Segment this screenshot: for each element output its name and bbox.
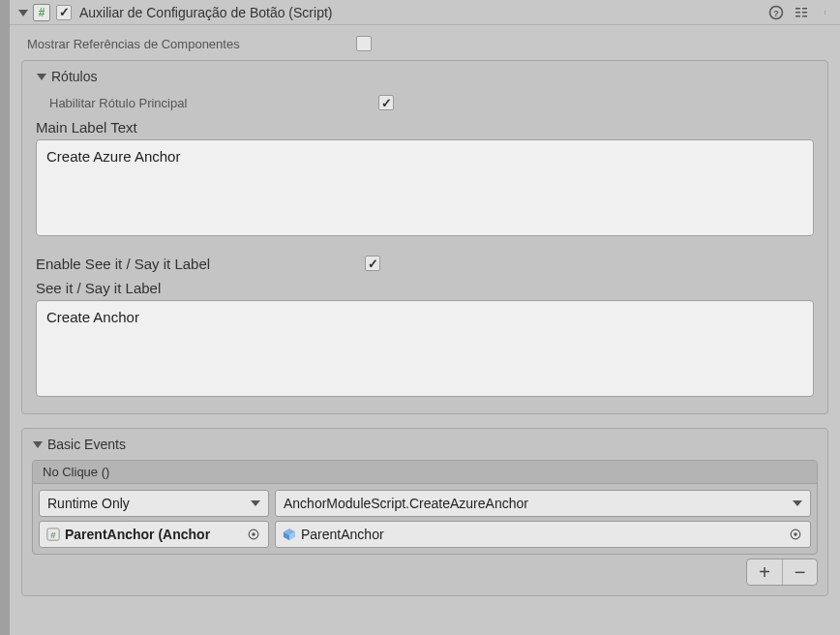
param-object-label: ParentAnchor — [301, 527, 787, 542]
component-enabled-checkbox[interactable] — [56, 5, 72, 20]
script-icon: # — [45, 527, 61, 542]
svg-point-9 — [825, 11, 825, 12]
svg-rect-5 — [795, 12, 800, 14]
param-object-field[interactable]: ParentAnchor — [275, 521, 811, 548]
event-list: No Clique () Runtime Only AnchorModuleSc… — [32, 460, 818, 555]
svg-rect-3 — [795, 8, 800, 10]
target-object-label: ParentAnchor (Anchor — [65, 527, 245, 542]
target-object-field[interactable]: # ParentAnchor (Anchor — [39, 521, 269, 548]
component-title: Auxiliar de Configuração de Botão (Scrip… — [79, 5, 768, 20]
function-dropdown-label: AnchorModuleScript.CreateAzureAnchor — [284, 496, 528, 511]
component-header: # Auxiliar de Configuração de Botão (Scr… — [10, 0, 840, 25]
svg-marker-15 — [793, 500, 802, 506]
svg-marker-0 — [18, 10, 28, 16]
remove-event-button[interactable]: − — [782, 559, 817, 585]
svg-point-10 — [825, 12, 825, 13]
add-event-button[interactable]: + — [747, 559, 782, 585]
enable-seeit-label-checkbox[interactable] — [365, 256, 380, 271]
labels-panel: Rótulos Habilitar Rótulo Principal Main … — [21, 60, 828, 414]
seeit-label-input[interactable] — [36, 300, 814, 397]
script-icon: # — [33, 4, 50, 21]
component-foldout-icon[interactable] — [17, 7, 29, 18]
runtime-dropdown[interactable]: Runtime Only — [39, 490, 269, 517]
svg-marker-14 — [251, 500, 260, 506]
help-icon[interactable]: ? — [768, 5, 784, 20]
kebab-menu-icon[interactable] — [819, 5, 834, 20]
events-panel: Basic Events No Clique () Runtime Only A… — [21, 428, 828, 596]
runtime-dropdown-label: Runtime Only — [47, 496, 130, 511]
show-references-checkbox[interactable] — [356, 36, 372, 51]
svg-rect-4 — [802, 8, 807, 10]
show-references-label: Mostrar Referências de Componentes — [27, 37, 356, 51]
svg-point-11 — [825, 13, 825, 14]
labels-foldout-icon[interactable] — [36, 71, 47, 82]
enable-main-label-label: Habilitar Rótulo Principal — [49, 96, 378, 110]
preset-icon[interactable] — [794, 5, 809, 20]
svg-rect-6 — [802, 12, 807, 14]
main-label-text-input[interactable] — [36, 139, 814, 236]
svg-marker-13 — [33, 441, 43, 448]
main-label-text-label: Main Label Text — [36, 119, 814, 136]
seeit-label-label: See it / Say it Label — [36, 280, 814, 296]
object-picker-icon[interactable] — [245, 526, 262, 543]
svg-rect-7 — [795, 15, 800, 17]
chevron-down-icon — [793, 499, 802, 508]
svg-text:?: ? — [773, 8, 779, 17]
chevron-down-icon — [251, 499, 260, 508]
enable-seeit-label-label: Enable See it / Say it Label — [36, 256, 365, 272]
event-list-header: No Clique () — [33, 461, 817, 484]
events-section-title: Basic Events — [47, 437, 126, 452]
svg-rect-8 — [802, 15, 807, 17]
enable-main-label-checkbox[interactable] — [378, 95, 394, 110]
events-foldout-icon[interactable] — [32, 438, 44, 450]
svg-text:#: # — [50, 529, 56, 540]
object-picker-icon[interactable] — [787, 526, 804, 543]
svg-point-24 — [794, 532, 797, 536]
labels-section-title: Rótulos — [51, 69, 97, 84]
cube-icon — [282, 527, 297, 542]
function-dropdown[interactable]: AnchorModuleScript.CreateAzureAnchor — [275, 490, 811, 517]
svg-marker-12 — [37, 74, 46, 80]
svg-point-19 — [252, 532, 255, 536]
